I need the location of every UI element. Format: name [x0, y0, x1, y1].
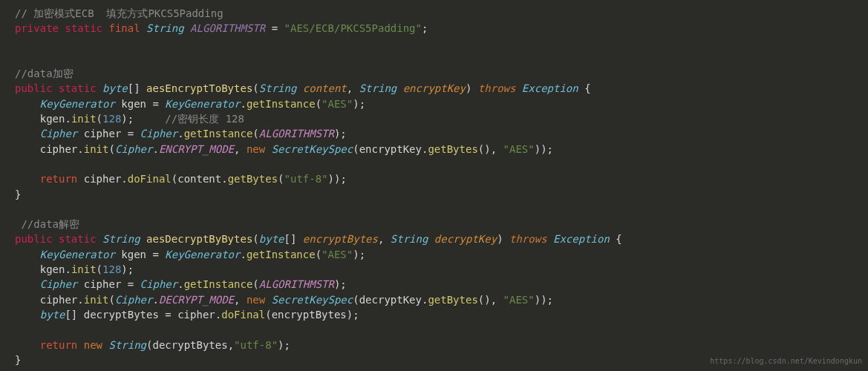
type: String — [108, 339, 146, 351]
number: 128 — [102, 113, 121, 125]
keyword: throws — [478, 82, 516, 94]
code-comment: // 加密模式ECB 填充方式PKCS5Padding — [15, 7, 223, 19]
identifier: cipher — [84, 173, 122, 185]
string: "AES" — [503, 294, 535, 306]
keyword: return — [40, 339, 78, 351]
keyword: private — [15, 22, 59, 34]
method-call: getInstance — [184, 128, 253, 139]
identifier: decryptBytes — [152, 339, 227, 351]
keyword: final — [108, 22, 140, 34]
type: KeyGenerator — [40, 249, 115, 260]
type: String — [102, 233, 140, 245]
method-call: getBytes — [428, 143, 477, 155]
type: Exception — [522, 82, 578, 94]
identifier: kgen — [40, 263, 65, 275]
method-call: doFinal — [128, 173, 172, 185]
identifier: kgen — [40, 113, 65, 125]
identifier: kgen — [121, 98, 146, 110]
keyword: throws — [509, 233, 547, 245]
method-call: getInstance — [247, 98, 316, 110]
identifier: encryptKey — [359, 143, 422, 155]
string: "utf-8" — [284, 173, 328, 185]
identifier: cipher — [40, 143, 78, 155]
keyword: static — [59, 82, 97, 94]
string: "AES" — [322, 98, 353, 110]
type: String — [391, 233, 428, 245]
method-call: init — [84, 294, 109, 306]
constant: ENCRYPT_MODE — [159, 143, 234, 155]
identifier: kgen — [121, 249, 146, 260]
identifier: cipher — [84, 128, 122, 139]
code-comment: //data解密 — [21, 218, 79, 230]
type: Cipher — [40, 128, 78, 139]
constant: DECRYPT_MODE — [159, 294, 234, 306]
keyword: static — [65, 22, 102, 34]
type: Exception — [553, 233, 610, 245]
constant: ALGORITHMSTR — [190, 22, 265, 34]
type: SecretKeySpec — [272, 294, 353, 306]
type: byte — [40, 309, 65, 321]
code-block: // 加密模式ECB 填充方式PKCS5Padding private stat… — [15, 6, 868, 367]
code-comment: //密钥长度 128 — [165, 113, 244, 125]
method-call: init — [84, 143, 109, 155]
keyword: public — [15, 233, 53, 245]
method-def: aesDecryptByBytes — [146, 233, 252, 245]
method-call: doFinal — [221, 309, 265, 321]
punc: = — [265, 22, 284, 34]
method-call: getBytes — [428, 294, 477, 306]
method-call: init — [71, 263, 97, 275]
number: 128 — [102, 263, 121, 275]
string: "AES/ECB/PKCS5Padding" — [284, 22, 422, 34]
string: "utf-8" — [234, 339, 278, 351]
type: KeyGenerator — [40, 98, 115, 110]
method-call: getBytes — [228, 173, 278, 185]
keyword: new — [247, 143, 265, 155]
type: SecretKeySpec — [272, 143, 353, 155]
string: "AES" — [503, 143, 535, 155]
identifier: content — [177, 173, 221, 185]
param: encryptBytes — [303, 233, 378, 245]
type: KeyGenerator — [165, 249, 240, 260]
code-comment: //data加密 — [15, 68, 74, 79]
param: encryptKey — [403, 82, 466, 94]
type: Cipher — [115, 143, 153, 155]
keyword: return — [40, 173, 78, 185]
type: Cipher — [140, 278, 178, 290]
param: decryptKey — [434, 233, 497, 245]
constant: ALGORITHMSTR — [259, 128, 334, 139]
type: KeyGenerator — [165, 98, 240, 110]
method-call: getInstance — [247, 249, 316, 260]
type: Cipher — [40, 278, 78, 290]
watermark: https://blog.csdn.net/Kevindongkun — [710, 356, 862, 367]
method-call: init — [71, 113, 97, 125]
identifier: decryptBytes — [84, 309, 159, 321]
param: content — [303, 82, 347, 94]
identifier: encryptBytes — [272, 309, 347, 321]
keyword: new — [247, 294, 265, 306]
keyword: new — [84, 339, 102, 351]
string: "AES" — [322, 249, 353, 260]
method-def: aesEncryptToBytes — [146, 82, 252, 94]
type: byte — [259, 233, 284, 245]
identifier: cipher — [84, 278, 122, 290]
identifier: decryptKey — [359, 294, 422, 306]
keyword: static — [59, 233, 97, 245]
punc: [] — [284, 233, 297, 245]
type: Cipher — [140, 128, 178, 139]
constant: ALGORITHMSTR — [259, 278, 334, 290]
method-call: getInstance — [184, 278, 253, 290]
type: Cipher — [115, 294, 153, 306]
punc: [] — [65, 309, 77, 321]
identifier: cipher — [177, 309, 215, 321]
type: String — [359, 82, 397, 94]
punc: [] — [128, 82, 140, 94]
punc: ; — [422, 22, 428, 34]
type: String — [259, 82, 297, 94]
type: byte — [102, 82, 128, 94]
identifier: cipher — [40, 294, 78, 306]
type: String — [146, 22, 184, 34]
keyword: public — [15, 82, 53, 94]
